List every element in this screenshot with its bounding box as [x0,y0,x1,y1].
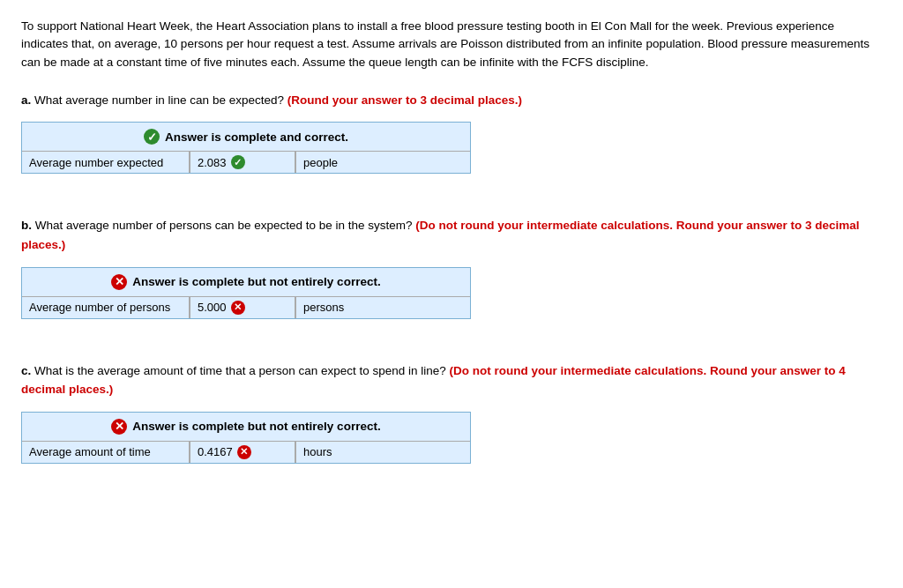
row-label-c: Average amount of time [22,442,190,463]
answer-status-b: ✕Answer is complete but not entirely cor… [22,268,470,296]
answer-row-c: Average amount of time0.4167 ✕hours [22,441,470,463]
intro-paragraph: To support National Heart Week, the Hear… [21,18,882,71]
row-value-c[interactable]: 0.4167 ✕ [190,442,295,463]
status-icon-a: ✓ [144,129,160,145]
status-icon-b: ✕ [111,274,127,290]
question-block-c: c. What is the average amount of time th… [21,361,882,464]
question-instruction-c: (Do not round your intermediate calculat… [21,364,846,397]
row-unit-a: people [295,152,375,173]
value-icon-a: ✓ [231,155,245,169]
answer-box-b: ✕Answer is complete but not entirely cor… [21,267,471,319]
answer-row-a: Average number expected2.083 ✓people [22,151,470,173]
answer-status-a: ✓Answer is complete and correct. [22,123,470,151]
answer-box-c: ✕Answer is complete but not entirely cor… [21,412,471,464]
question-instruction-a: (Round your answer to 3 decimal places.) [287,93,522,107]
status-text-b: Answer is complete but not entirely corr… [132,275,380,288]
question-label-b: b. What average number of persons can be… [21,216,882,254]
row-unit-b: persons [295,297,375,318]
status-text-a: Answer is complete and correct. [165,130,348,144]
row-label-a: Average number expected [22,152,190,173]
status-text-c: Answer is complete but not entirely corr… [132,420,380,433]
question-label-c: c. What is the average amount of time th… [21,361,882,399]
value-icon-b: ✕ [231,301,245,315]
answer-box-a: ✓Answer is complete and correct.Average … [21,122,471,174]
row-unit-c: hours [295,442,375,463]
question-instruction-b: (Do not round your intermediate calculat… [21,219,860,251]
question-block-b: b. What average number of persons can be… [21,216,882,334]
value-icon-c: ✕ [237,445,251,459]
row-value-b[interactable]: 5.000 ✕ [190,297,295,318]
answer-status-c: ✕Answer is complete but not entirely cor… [22,413,470,441]
row-value-a[interactable]: 2.083 ✓ [190,152,295,173]
question-label-a: a. What average number in line can be ex… [21,91,882,110]
row-label-b: Average number of persons [22,297,190,318]
status-icon-c: ✕ [111,419,127,435]
answer-row-b: Average number of persons5.000 ✕persons [22,296,470,318]
question-block-a: a. What average number in line can be ex… [21,91,882,190]
